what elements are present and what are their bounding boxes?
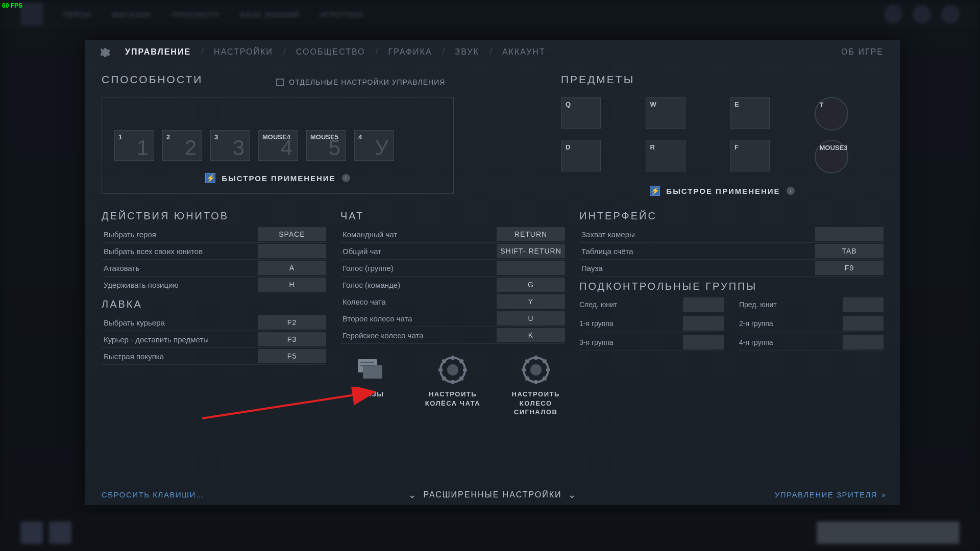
ability-slot[interactable]: 22 xyxy=(162,130,202,161)
top-navbar: ГЕРОИ МАГАЗИН ПРОСМОТР БАЗА ЗНАНИЙ ИГРОТ… xyxy=(0,0,980,29)
group-row[interactable]: 1-я группа xyxy=(579,315,724,332)
group-key[interactable] xyxy=(843,316,884,331)
bind-key[interactable]: F9 xyxy=(815,261,884,275)
quickcast-items-label: БЫСТРОЕ ПРИМЕНЕНИЕ xyxy=(666,187,780,195)
keybind-row[interactable]: Таблица счётаTAB xyxy=(579,243,884,260)
item-slot[interactable]: D xyxy=(561,140,601,171)
ability-slot[interactable]: 33 xyxy=(210,130,250,161)
item-slot[interactable]: R xyxy=(646,140,685,171)
group-row[interactable]: 2-я группа xyxy=(739,315,884,332)
nav-arcade[interactable]: ИГРОТЕКА xyxy=(320,10,363,19)
nav-heroes[interactable]: ГЕРОИ xyxy=(63,10,91,19)
bind-label: Таблица счёта xyxy=(579,247,815,256)
separate-controls-checkbox[interactable]: ОТДЕЛЬНЫЕ НАСТРОЙКИ УПРАВЛЕНИЯ xyxy=(276,78,445,86)
keybind-row[interactable]: Геройское колесо чатаK xyxy=(340,327,565,344)
keybind-row[interactable]: Быстрая покупкаF5 xyxy=(102,348,326,365)
chevron-down-icon: ⌄ xyxy=(568,489,577,500)
group-key[interactable] xyxy=(683,316,724,331)
keybind-row[interactable]: Второе колесо чатаU xyxy=(340,310,565,327)
nav-learn[interactable]: БАЗА ЗНАНИЙ xyxy=(240,10,300,19)
item-slot[interactable]: F xyxy=(730,140,770,171)
group-key[interactable] xyxy=(683,335,724,349)
bind-key[interactable] xyxy=(815,227,884,241)
tab-controls[interactable]: УПРАВЛЕНИЕ xyxy=(121,47,195,57)
tab-account[interactable]: АККАУНТ xyxy=(498,47,550,57)
bind-key[interactable]: F3 xyxy=(258,332,326,346)
abilities-title: СПОСОБНОСТИ xyxy=(102,73,203,86)
bind-key[interactable]: SPACE xyxy=(258,227,326,241)
group-key[interactable] xyxy=(843,297,884,312)
gear-icon xyxy=(97,45,111,59)
group-key[interactable] xyxy=(843,335,884,349)
bind-key[interactable]: H xyxy=(258,278,326,292)
info-icon[interactable]: i xyxy=(342,174,350,182)
item-slot[interactable]: T xyxy=(815,97,848,131)
interface-title: ИНТЕРФЕЙС xyxy=(579,210,884,222)
tab-sound[interactable]: ЗВУК xyxy=(451,47,483,57)
ability-slot[interactable]: MOUSE55 xyxy=(306,130,346,161)
spectator-controls-button[interactable]: УПРАВЛЕНИЕ ЗРИТЕЛЯ » xyxy=(775,490,884,499)
tab-social[interactable]: СООБЩЕСТВО xyxy=(292,47,370,57)
group-row[interactable]: 4-я группа xyxy=(739,334,884,351)
bind-key[interactable]: U xyxy=(497,311,565,325)
info-icon[interactable]: i xyxy=(787,187,795,195)
nav-store[interactable]: МАГАЗИН xyxy=(112,10,151,19)
slot-number: 2 xyxy=(185,136,197,160)
group-row[interactable]: Пред. юнит xyxy=(739,296,884,313)
advanced-label: РАСШИРЕННЫЕ НАСТРОЙКИ xyxy=(423,490,561,499)
item-slot[interactable]: MOUSE3 xyxy=(815,140,848,173)
ping-wheel-button[interactable]: НАСТРОИТЬ КОЛЕСО СИГНАЛОВ xyxy=(506,355,565,417)
keybind-row[interactable]: Колесо чатаY xyxy=(340,293,565,310)
tab-about[interactable]: ОБ ИГРЕ xyxy=(837,47,888,57)
nav-watch[interactable]: ПРОСМОТР xyxy=(172,10,219,19)
bind-label: Пауза xyxy=(579,264,815,272)
bind-key[interactable] xyxy=(497,261,565,275)
keybind-row[interactable]: Голос (группе) xyxy=(340,260,565,277)
bind-key[interactable]: F2 xyxy=(258,315,326,330)
bind-label: Голос (команде) xyxy=(340,281,497,289)
item-slot[interactable]: W xyxy=(646,97,685,129)
slot-number: 4 xyxy=(281,136,292,160)
ability-slot[interactable]: 11 xyxy=(114,130,154,161)
group-key[interactable] xyxy=(683,297,724,312)
keybind-row[interactable]: Выбрать герояSPACE xyxy=(102,226,326,243)
quickcast-icon[interactable]: ⚡ xyxy=(650,186,660,196)
bind-key[interactable]: K xyxy=(497,328,565,342)
ability-slot[interactable]: 4У xyxy=(354,130,394,161)
advanced-settings-button[interactable]: ⌄ РАСШИРЕННЫЕ НАСТРОЙКИ ⌄ xyxy=(408,489,576,500)
item-slot[interactable]: Q xyxy=(561,97,601,129)
tab-options[interactable]: НАСТРОЙКИ xyxy=(210,47,277,57)
ability-slot[interactable]: MOUSE44 xyxy=(258,130,298,161)
bind-key[interactable]: G xyxy=(497,278,565,292)
keybind-row[interactable]: Общий чатSHIFT- RETURN xyxy=(340,243,565,260)
bind-key[interactable]: F5 xyxy=(258,349,326,363)
bind-key[interactable]: A xyxy=(258,261,326,275)
group-label: Пред. юнит xyxy=(739,300,843,309)
keybind-row[interactable]: Выбрать всех своих юнитов xyxy=(102,243,326,260)
keybind-row[interactable]: Удерживать позициюH xyxy=(102,277,326,293)
keybind-row[interactable]: ПаузаF9 xyxy=(579,260,884,277)
chat-wheels-button[interactable]: НАСТРОИТЬ КОЛЁСА ЧАТА xyxy=(424,355,482,417)
keybind-row[interactable]: Захват камеры xyxy=(579,226,884,243)
keybind-row[interactable]: АтаковатьA xyxy=(102,260,326,277)
keybind-row[interactable]: Командный чатRETURN xyxy=(340,226,565,243)
group-row[interactable]: 3-я группа xyxy=(579,334,724,351)
reset-keys-button[interactable]: СБРОСИТЬ КЛАВИШИ… xyxy=(102,490,204,499)
chevron-right-double-icon: » xyxy=(881,491,884,499)
slot-number: 1 xyxy=(137,136,149,160)
group-row[interactable]: След. юнит xyxy=(579,296,724,313)
bind-key[interactable]: TAB xyxy=(815,244,884,258)
quickcast-icon[interactable]: ⚡ xyxy=(205,173,215,183)
bind-key[interactable] xyxy=(258,244,326,258)
bind-key[interactable]: SHIFT- RETURN xyxy=(497,244,565,258)
keybind-row[interactable]: Курьер - доставить предметыF3 xyxy=(102,331,326,348)
item-slot[interactable]: E xyxy=(730,97,770,129)
tab-graphics[interactable]: ГРАФИКА xyxy=(384,47,436,57)
bind-key[interactable]: RETURN xyxy=(497,227,565,241)
keybind-row[interactable]: Голос (команде)G xyxy=(340,277,565,293)
bind-key[interactable]: Y xyxy=(497,294,565,309)
keybind-label: MOUSE3 xyxy=(820,144,848,152)
separate-controls-label: ОТДЕЛЬНЫЕ НАСТРОЙКИ УПРАВЛЕНИЯ xyxy=(289,78,445,86)
keybind-row[interactable]: Выбрать курьераF2 xyxy=(102,314,326,331)
phrases-button[interactable]: ФРАЗЫ xyxy=(340,355,399,417)
